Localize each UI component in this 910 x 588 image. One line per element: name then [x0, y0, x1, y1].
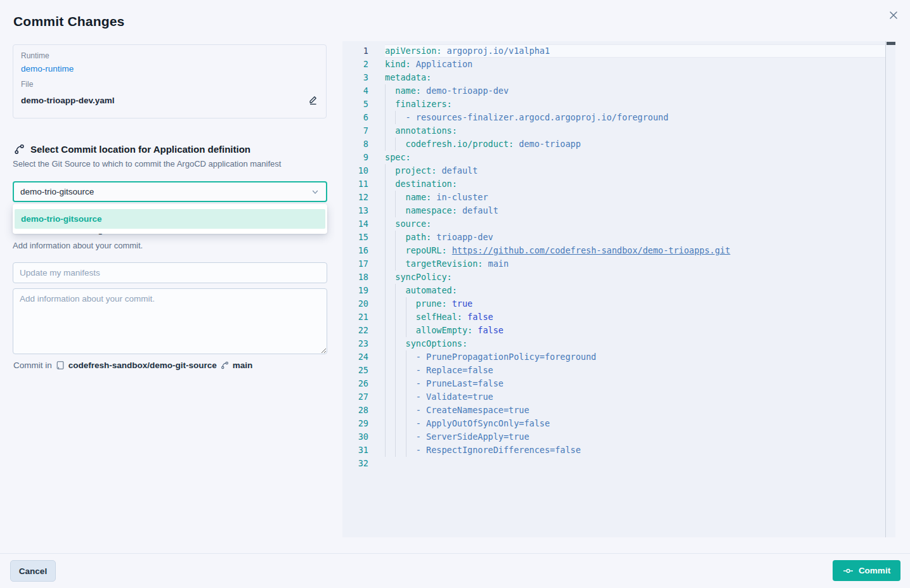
line-number: 32: [342, 457, 368, 470]
commit-message-body-input[interactable]: [13, 288, 327, 354]
line-number: 6: [342, 111, 368, 124]
line-content: - resources-finalizer.argocd.argoproj.io…: [385, 111, 885, 124]
line-content: name: demo-trioapp-dev: [385, 84, 885, 98]
code-line[interactable]: 28 - CreateNamespace=true: [342, 404, 885, 417]
line-content: project: default: [385, 164, 885, 177]
line-number: 5: [342, 98, 368, 111]
code-line[interactable]: 19 automated:: [342, 284, 885, 297]
line-number: 10: [342, 164, 368, 177]
line-number: 15: [342, 231, 368, 244]
code-line[interactable]: 16 repoURL: https://github.com/codefresh…: [342, 244, 885, 257]
line-number: 22: [342, 324, 368, 337]
runtime-file-card: Runtime demo-runtime File demo-trioapp-d…: [13, 44, 327, 118]
code-line[interactable]: 24 - PrunePropagationPolicy=foreground: [342, 350, 885, 364]
commit-in-row: Commit in codefresh-sandbox/demo-git-sou…: [13, 361, 252, 370]
code-line[interactable]: 23 syncOptions:: [342, 337, 885, 350]
runtime-label: Runtime: [21, 51, 318, 61]
line-number: 4: [342, 84, 368, 98]
line-number: 1: [342, 44, 368, 58]
code-line[interactable]: 3metadata:: [342, 71, 885, 84]
code-line[interactable]: 4 name: demo-trioapp-dev: [342, 84, 885, 98]
code-line[interactable]: 8 codefresh.io/product: demo-trioapp: [342, 137, 885, 151]
line-content: allowEmpty: false: [385, 324, 885, 337]
code-line[interactable]: 13 namespace: default: [342, 204, 885, 217]
line-number: 31: [342, 444, 368, 457]
commit-in-branch: main: [233, 361, 253, 370]
line-content: targetRevision: main: [385, 257, 885, 271]
line-content: - ApplyOutOfSyncOnly=false: [385, 417, 885, 430]
commit-in-label: Commit in: [13, 361, 52, 370]
code-line[interactable]: 14 source:: [342, 217, 885, 231]
runtime-link[interactable]: demo-runtime: [21, 63, 74, 74]
line-content: finalizers:: [385, 98, 885, 111]
line-number: 20: [342, 297, 368, 310]
line-content: prune: true: [385, 297, 885, 310]
code-lines: 1apiVersion: argoproj.io/v1alpha12kind: …: [342, 41, 886, 537]
cancel-button[interactable]: Cancel: [10, 560, 56, 582]
line-content: source:: [385, 217, 885, 231]
line-number: 3: [342, 71, 368, 84]
repository-icon: [56, 361, 65, 370]
code-line[interactable]: 27 - Validate=true: [342, 390, 885, 404]
code-line[interactable]: 9spec:: [342, 151, 885, 164]
commit-message-title-input[interactable]: [13, 262, 327, 283]
line-number: 2: [342, 58, 368, 71]
line-number: 19: [342, 284, 368, 297]
code-line[interactable]: 1apiVersion: argoproj.io/v1alpha1: [342, 44, 885, 58]
code-line[interactable]: 6 - resources-finalizer.argocd.argoproj.…: [342, 111, 885, 124]
code-line[interactable]: 22 allowEmpty: false: [342, 324, 885, 337]
commit-location-description: Select the Git Source to which to commit…: [13, 159, 281, 169]
code-line[interactable]: 29 - ApplyOutOfSyncOnly=false: [342, 417, 885, 430]
code-line[interactable]: 21 selfHeal: false: [342, 310, 885, 324]
line-number: 18: [342, 271, 368, 284]
code-line[interactable]: 18 syncPolicy:: [342, 271, 885, 284]
commit-button[interactable]: Commit: [833, 560, 900, 581]
commit-button-label: Commit: [859, 566, 890, 575]
line-content: metadata:: [385, 71, 885, 84]
line-content: spec:: [385, 151, 885, 164]
line-number: 21: [342, 310, 368, 324]
line-number: 27: [342, 390, 368, 404]
line-number: 7: [342, 124, 368, 137]
commit-location-heading: Select Commit location for Application d…: [14, 144, 250, 155]
page-title: Commit Changes: [13, 14, 125, 29]
git-commit-icon: [843, 566, 854, 576]
line-number: 23: [342, 337, 368, 350]
line-number: 24: [342, 350, 368, 364]
line-content: - PruneLast=false: [385, 377, 885, 390]
code-line[interactable]: 5 finalizers:: [342, 98, 885, 111]
line-content: annotations:: [385, 124, 885, 137]
code-line[interactable]: 10 project: default: [342, 164, 885, 177]
footer-divider: [0, 553, 910, 554]
line-number: 30: [342, 430, 368, 444]
git-source-select[interactable]: demo-trio-gitsource: [13, 181, 327, 202]
code-line[interactable]: 2kind: Application: [342, 58, 885, 71]
line-content: syncPolicy:: [385, 271, 885, 284]
line-content: syncOptions:: [385, 337, 885, 350]
code-line[interactable]: 12 name: in-cluster: [342, 191, 885, 204]
line-number: 29: [342, 417, 368, 430]
code-line[interactable]: 7 annotations:: [342, 124, 885, 137]
code-line[interactable]: 31 - RespectIgnoreDifferences=false: [342, 444, 885, 457]
line-number: 11: [342, 177, 368, 191]
code-line[interactable]: 32: [342, 457, 885, 470]
file-name: demo-trioapp-dev.yaml: [21, 96, 115, 105]
code-line[interactable]: 20 prune: true: [342, 297, 885, 310]
git-source-option[interactable]: demo-trio-gitsource: [15, 209, 325, 229]
code-line[interactable]: 17 targetRevision: main: [342, 257, 885, 271]
code-line[interactable]: 15 path: trioapp-dev: [342, 231, 885, 244]
scrollbar-thumb[interactable]: [887, 42, 895, 45]
file-label: File: [21, 80, 318, 89]
close-icon[interactable]: [887, 8, 900, 22]
edit-file-icon[interactable]: [307, 94, 318, 106]
line-content: - CreateNamespace=true: [385, 404, 885, 417]
code-line[interactable]: 25 - Replace=false: [342, 364, 885, 377]
git-branch-icon: [221, 361, 229, 369]
code-line[interactable]: 11 destination:: [342, 177, 885, 191]
yaml-editor[interactable]: 1apiVersion: argoproj.io/v1alpha12kind: …: [342, 41, 895, 537]
code-line[interactable]: 30 - ServerSideApply=true: [342, 430, 885, 444]
commit-in-repo: codefresh-sandbox/demo-git-source: [68, 361, 217, 370]
code-line[interactable]: 26 - PruneLast=false: [342, 377, 885, 390]
line-content: - Replace=false: [385, 364, 885, 377]
line-number: 13: [342, 204, 368, 217]
